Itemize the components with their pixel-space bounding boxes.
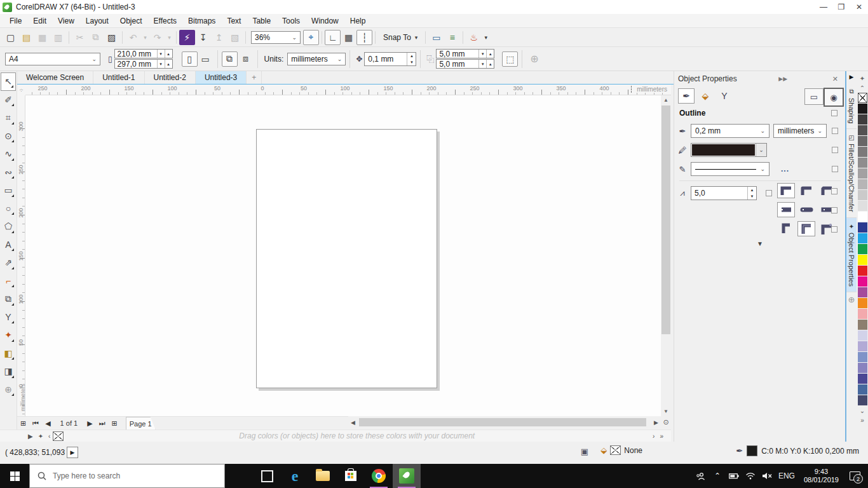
- coordinates-flyout-button[interactable]: ▶: [67, 447, 78, 458]
- purple[interactable]: [858, 287, 867, 297]
- page-width-spinner[interactable]: 210,0 mm ▾▴: [114, 49, 173, 58]
- show-grid-icon[interactable]: ▦: [341, 30, 356, 45]
- menu-item[interactable]: Help: [344, 14, 372, 27]
- 30-black[interactable]: [858, 179, 867, 189]
- edge-taskbar-button[interactable]: e: [281, 464, 309, 488]
- drop-shadow-tool[interactable]: ⧉: [1, 290, 16, 308]
- slate[interactable]: [858, 395, 867, 405]
- zoom-levels-combo[interactable]: 36% ⌄: [251, 31, 301, 44]
- show-rulers-icon[interactable]: ∟: [325, 30, 341, 45]
- copy-icon[interactable]: ⧉: [88, 30, 104, 45]
- cap-butt-button[interactable]: [777, 202, 795, 217]
- app-launcher-icon[interactable]: ♨: [466, 30, 482, 45]
- corner-checkbox[interactable]: [831, 188, 837, 194]
- chrome-taskbar-button[interactable]: [365, 464, 393, 488]
- spin-down-icon[interactable]: ▾: [478, 50, 486, 58]
- periwinkle[interactable]: [858, 352, 867, 362]
- separator[interactable]: [463, 31, 463, 44]
- spin-up-icon[interactable]: ▲: [748, 187, 756, 193]
- steel-blue[interactable]: [858, 384, 867, 395]
- close-button[interactable]: ✕: [850, 0, 868, 14]
- rectangle-tool[interactable]: ▭: [1, 181, 16, 200]
- horizontal-ruler[interactable]: 25020015010050050100150200250300350400 m…: [25, 85, 671, 95]
- show-guidelines-icon[interactable]: ┆: [356, 30, 372, 45]
- position-inside-button[interactable]: [777, 221, 795, 236]
- cyan[interactable]: [858, 233, 867, 243]
- page-height-spinner[interactable]: 297,0 mm ▾▴: [114, 59, 173, 69]
- scroll-up-icon[interactable]: ▲: [661, 95, 671, 105]
- menu-item[interactable]: Object: [114, 14, 148, 27]
- magenta[interactable]: [858, 276, 867, 287]
- nudge-spinner[interactable]: 0,1 mm ▲▼: [364, 52, 416, 66]
- outline-width-combo[interactable]: 0,2 mm ⌄: [691, 124, 770, 138]
- text-tool[interactable]: A: [1, 236, 16, 254]
- document-tab[interactable]: Untitled-1: [93, 71, 144, 84]
- white[interactable]: [858, 212, 867, 222]
- separator[interactable]: [375, 31, 376, 44]
- redo-dropdown-icon[interactable]: ▾: [165, 30, 173, 45]
- menu-item[interactable]: View: [52, 14, 80, 27]
- open-icon[interactable]: ▤: [18, 30, 34, 45]
- landscape-orientation-button[interactable]: ▭: [198, 51, 214, 67]
- treat-as-filled-button[interactable]: ⬚: [502, 51, 518, 67]
- start-button[interactable]: [0, 464, 29, 488]
- 70-black[interactable]: [858, 136, 867, 146]
- fill-none-swatch[interactable]: [610, 445, 621, 455]
- palette-scroll-down-icon[interactable]: ⌄: [860, 406, 865, 416]
- undo-dropdown-icon[interactable]: ▾: [141, 30, 149, 45]
- spin-up-icon[interactable]: ▲: [407, 53, 416, 59]
- section-collapse-icon[interactable]: ▼: [674, 240, 846, 247]
- menu-item[interactable]: File: [4, 14, 27, 27]
- first-page-button[interactable]: ⏮: [29, 419, 42, 428]
- options-icon[interactable]: ≡: [444, 30, 460, 45]
- drawing-canvas[interactable]: [25, 95, 661, 416]
- import-icon[interactable]: ↧: [195, 30, 211, 45]
- undo-icon[interactable]: ↶: [125, 30, 141, 45]
- ellipse-tool[interactable]: ○: [1, 200, 16, 218]
- customize-toolbox-button[interactable]: ⊕: [1, 381, 16, 399]
- zoom-fit-icon[interactable]: ⌖: [303, 30, 319, 45]
- restore-button[interactable]: ❐: [832, 0, 850, 14]
- color-swatch-none[interactable]: [858, 93, 867, 103]
- corner-miter-button[interactable]: [777, 183, 795, 198]
- line-style-settings-button[interactable]: ...: [781, 165, 789, 173]
- interactive-fill-tool[interactable]: ◧: [1, 344, 16, 363]
- connector-tool[interactable]: ⌐: [1, 272, 16, 290]
- docker-vertical-tab[interactable]: ⧉ Shaping: [846, 83, 857, 129]
- palette-expand-icon[interactable]: »: [860, 416, 864, 425]
- wifi-icon[interactable]: [743, 464, 758, 488]
- eyedropper-icon[interactable]: ✦: [36, 433, 46, 440]
- page-size-preset-combo[interactable]: A4 ⌄: [5, 53, 100, 65]
- taskbar-search-input[interactable]: Type here to search: [29, 464, 225, 488]
- row-checkbox[interactable]: [832, 128, 838, 134]
- document-color-settings-icon[interactable]: ▣: [581, 447, 588, 456]
- vertical-scroll-thumb[interactable]: [661, 105, 670, 334]
- battery-icon[interactable]: [726, 464, 742, 488]
- page-tab[interactable]: Page 1: [126, 417, 156, 430]
- all-pages-button[interactable]: ⧉: [222, 51, 238, 67]
- 90-black[interactable]: [858, 114, 867, 125]
- yellow[interactable]: [858, 255, 867, 265]
- cap-round-button[interactable]: [797, 202, 815, 217]
- add-page-after-button[interactable]: ⊞: [109, 419, 121, 428]
- menu-item[interactable]: Tools: [276, 14, 306, 27]
- 40-black[interactable]: [858, 168, 867, 179]
- spin-down-icon[interactable]: ▾: [157, 60, 165, 68]
- task-view-button[interactable]: [253, 464, 281, 488]
- last-page-button[interactable]: ⏭: [96, 419, 109, 428]
- file-explorer-taskbar-button[interactable]: [309, 464, 337, 488]
- spin-down-icon[interactable]: ▾: [478, 60, 486, 68]
- new-document-tab-button[interactable]: +: [247, 71, 262, 84]
- document-tab[interactable]: Welcome Screen: [17, 71, 93, 84]
- outline-section-checkbox[interactable]: [831, 110, 837, 116]
- print-icon[interactable]: ▥: [50, 30, 66, 45]
- row-checkbox[interactable]: [832, 166, 838, 172]
- paste-icon[interactable]: ▨: [104, 30, 119, 45]
- spin-down-icon[interactable]: ▼: [407, 59, 416, 65]
- page-a4[interactable]: [256, 129, 437, 388]
- pick-tool[interactable]: ↖: [1, 72, 16, 91]
- customize-propbar-button[interactable]: ⊕: [526, 51, 542, 67]
- minimize-button[interactable]: —: [815, 0, 832, 14]
- docker-expand-icon[interactable]: ▶: [846, 71, 857, 83]
- corner-round-button[interactable]: [797, 183, 815, 198]
